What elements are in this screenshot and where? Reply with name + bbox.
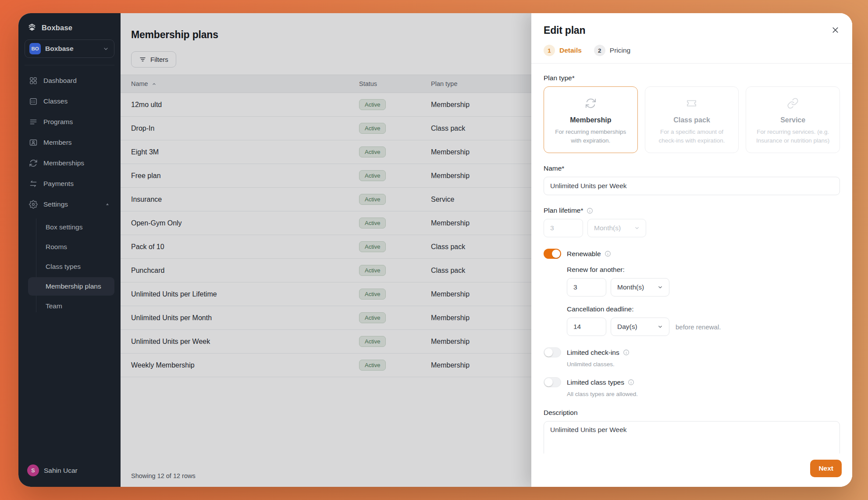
plan-lifetime-label: Plan lifetime* [544,207,583,214]
limited-checkins-label: Limited check-ins [567,349,619,357]
name-field: Name* [544,164,840,195]
close-icon [831,25,840,36]
drawer-title: Edit plan [544,25,585,36]
card-description: For recurring services. (e.g. Insurance … [752,128,833,145]
plan-lifetime-field: Plan lifetime* Month(s) [544,207,840,237]
card-title: Membership [550,116,631,124]
cancellation-deadline-label: Cancellation deadline: [567,305,840,313]
limited-checkins-section: Limited check-ins Unlimited classes. [544,347,840,368]
limited-class-types-label: Limited class types [567,379,624,386]
close-button[interactable] [829,24,842,38]
edit-plan-drawer: Edit plan 1 Details 2 Pricing [531,13,852,487]
drawer-header: Edit plan 1 Details 2 Pricing [531,13,852,63]
renew-value-input[interactable] [567,278,606,296]
link-icon [752,97,833,109]
card-description: For a specific amount of check-ins with … [651,128,733,145]
chevron-down-icon [633,225,640,232]
cancellation-unit-select[interactable]: Day(s) [611,318,669,336]
plan-name-input[interactable] [544,177,840,195]
step-pricing[interactable]: 2 Pricing [594,45,630,56]
plan-lifetime-unit-select: Month(s) [587,219,646,237]
modal-overlay[interactable] [18,13,531,487]
info-icon [605,250,611,257]
step-number: 1 [544,45,555,56]
limited-class-types-section: Limited class types All class types are … [544,377,840,397]
app-window: Boxbase BO Boxbase Dashboard [18,13,852,487]
limited-checkins-toggle[interactable] [544,347,561,357]
step-details[interactable]: 1 Details [544,45,582,56]
step-label: Pricing [610,46,630,54]
drawer-body: Plan type* Membership For recurring memb… [531,64,852,454]
plan-type-card-service: Service For recurring services. (e.g. In… [746,86,840,153]
cancellation-value-input[interactable] [567,318,606,336]
info-icon [587,207,593,214]
name-label: Name* [544,164,840,172]
renewable-section: Renewable Renew for another: Month(s) [544,249,840,336]
drawer-footer: Next [531,454,852,487]
info-icon [623,349,630,356]
step-label: Details [559,46,582,54]
card-title: Service [752,116,833,124]
next-button[interactable]: Next [810,460,842,477]
step-indicator: 1 Details 2 Pricing [544,45,840,63]
limited-checkins-description: Unlimited classes. [567,361,840,368]
renew-unit-select[interactable]: Month(s) [611,278,669,296]
card-description: For recurring memberships with expiratio… [550,128,631,145]
description-textarea[interactable]: Unlimited Units per Week [544,421,840,454]
chevron-down-icon [657,323,664,330]
renewable-label: Renewable [567,250,601,258]
info-icon [628,379,634,386]
ticket-icon [651,97,733,109]
renewal-settings: Renew for another: Month(s) Cancellation… [567,266,840,336]
chevron-down-icon [657,284,664,291]
cycle-icon [550,97,631,109]
plan-type-label: Plan type* [544,74,840,82]
description-label: Description [544,409,840,417]
limited-class-types-toggle[interactable] [544,377,561,387]
description-field: Description Unlimited Units per Week [544,409,840,454]
before-renewal-text: before renewal. [676,323,721,331]
limited-class-types-description: All class types are allowed. [567,391,840,397]
card-title: Class pack [651,116,733,124]
step-number: 2 [594,45,605,56]
desktop-background: Boxbase BO Boxbase Dashboard [0,0,868,500]
renew-for-another-label: Renew for another: [567,266,840,274]
renewable-toggle[interactable] [544,249,561,259]
plan-lifetime-value-input [544,219,583,237]
plan-type-options: Membership For recurring memberships wit… [544,86,840,153]
plan-type-card-membership[interactable]: Membership For recurring memberships wit… [544,86,638,153]
plan-type-card-class-pack: Class pack For a specific amount of chec… [645,86,739,153]
